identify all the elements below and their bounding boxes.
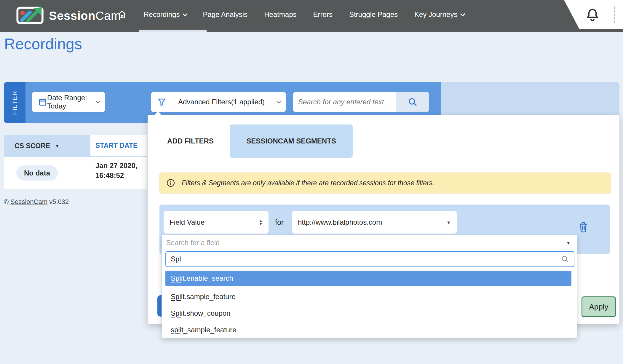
nav-item-struggle-pages[interactable]: Struggle Pages: [349, 10, 398, 19]
nav-item-errors[interactable]: Errors: [313, 10, 333, 19]
top-nav: SessionCam Recordings Page Analysis Heat…: [0, 0, 623, 32]
start-date-cell: Jan 27 2020, 16:48:52: [95, 161, 137, 180]
info-banner: Filters & Segments are only available if…: [159, 173, 611, 193]
field-option-split-sample-feature-underscore[interactable]: split_sample_feature: [165, 322, 571, 338]
search-button[interactable]: [396, 92, 429, 112]
field-select-box[interactable]: ▼: [162, 235, 577, 250]
table-row[interactable]: No data Jan 27 2020, 16:48:52: [4, 157, 147, 189]
field-option-split-show-coupon[interactable]: Split.show_coupon: [165, 306, 571, 321]
notifications-bell-icon[interactable]: [585, 8, 600, 24]
for-label: for: [275, 211, 284, 234]
chevron-down-icon: [183, 11, 188, 16]
brand-logo[interactable]: SessionCam: [16, 6, 121, 25]
page-title: Recordings: [4, 35, 82, 53]
session-search-input[interactable]: [293, 98, 396, 106]
calendar-icon: [38, 98, 47, 106]
active-tab-indicator: [139, 30, 207, 32]
select-updown-icon: ▲▼: [259, 219, 263, 226]
tab-add-filters[interactable]: ADD FILTERS: [164, 124, 216, 158]
field-type-select[interactable]: Field Value ▲▼: [164, 211, 269, 234]
field-option-split-sample-feature[interactable]: Split.sample_feature: [165, 289, 571, 304]
search-icon: [561, 255, 569, 263]
field-query-box: [165, 251, 574, 267]
chevron-down-icon: [277, 99, 281, 103]
info-banner-text: Filters & Segments are only available if…: [182, 179, 434, 187]
date-range-button[interactable]: Date Range: Today: [32, 92, 105, 112]
tab-sessioncam-segments[interactable]: SESSIONCAM SEGMENTS: [230, 124, 353, 158]
nav-item-recordings[interactable]: Recordings: [144, 10, 186, 19]
select-down-icon: ▼: [566, 240, 571, 245]
home-icon[interactable]: [117, 9, 127, 20]
sort-desc-icon: ▼: [55, 143, 60, 149]
field-option-split-enable-search[interactable]: Split.enable_search: [165, 271, 571, 286]
brand-name: SessionCam: [49, 9, 121, 23]
nav-dashed-divider: [614, 7, 615, 23]
session-search-box: [293, 92, 429, 112]
advanced-filters-panel: ADD FILTERS SESSIONCAM SEGMENTS Filters …: [148, 115, 619, 324]
site-select[interactable]: http://www.bilalphotos.com ▼: [292, 211, 457, 234]
panel-caret: [154, 111, 162, 115]
sessioncam-link[interactable]: SessionCam: [10, 198, 47, 205]
select-down-icon: ▼: [446, 220, 451, 225]
footer-copyright: © SessionCam v5.032: [4, 198, 69, 206]
nav-item-page-analysis[interactable]: Page Analysis: [203, 10, 247, 19]
funnel-icon: [157, 98, 166, 106]
sessioncam-logo-icon: [16, 6, 45, 25]
field-select-input[interactable]: [166, 239, 566, 247]
delete-filter-icon[interactable]: [578, 221, 589, 234]
chevron-down-icon: [460, 11, 465, 16]
nav-item-heatmaps[interactable]: Heatmaps: [264, 10, 296, 19]
nav-item-key-journeys[interactable]: Key Journeys: [414, 10, 464, 19]
field-query-input[interactable]: [171, 255, 561, 263]
app-root: SessionCam Recordings Page Analysis Heat…: [0, 0, 623, 364]
cs-score-badge: No data: [16, 165, 58, 181]
advanced-filters-button[interactable]: Advanced Filters(1 applied): [151, 92, 286, 112]
filter-side-tab[interactable]: FILTER: [4, 82, 25, 123]
chevron-down-icon: [96, 99, 100, 103]
info-icon: [166, 178, 175, 187]
column-header-cs-score[interactable]: CS SCORE ▼: [4, 135, 90, 157]
column-header-start-date[interactable]: START DATE: [90, 135, 147, 157]
field-search-dropdown: ▼ Split.enable_search Split.sample_featu…: [162, 235, 577, 338]
apply-button[interactable]: Apply: [582, 296, 616, 317]
